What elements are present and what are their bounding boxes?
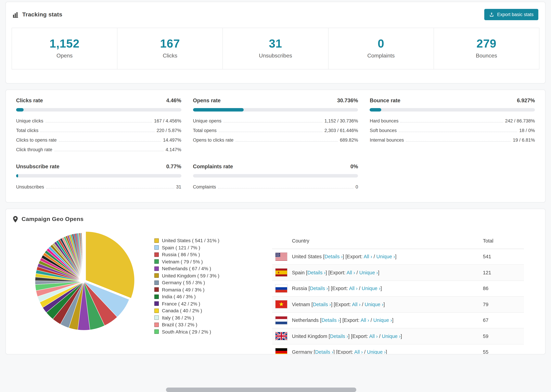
total-column-header: Total <box>483 238 521 244</box>
stat-row: Total clicks220 / 5.87% <box>16 126 181 135</box>
stat-label: Unsubscribes <box>223 53 328 59</box>
export-unique-link[interactable]: Unique › <box>362 286 381 291</box>
geo-opens-table: Country Total United States [Details ›] … <box>272 233 524 354</box>
export-basic-stats-button[interactable]: Export basic stats <box>484 9 538 20</box>
stat-value: 167 <box>117 37 222 50</box>
stat-label: Clicks <box>117 53 222 59</box>
flag-germany-icon <box>276 348 287 355</box>
country-total: 67 <box>483 318 521 323</box>
table-header-row: Country Total <box>272 233 524 249</box>
page-title: Tracking stats <box>22 11 62 18</box>
flag-russia-icon <box>276 285 287 293</box>
stat-row: Clicks to opens rate14.497% <box>16 135 181 145</box>
export-unique-link[interactable]: Unique › <box>376 254 395 259</box>
details-link[interactable]: Details › <box>310 286 328 291</box>
rate-value: 30.736% <box>337 98 358 104</box>
details-link[interactable]: Details › <box>315 350 333 355</box>
legend-item: South Africa ( 29 / 2% ) <box>154 328 272 335</box>
export-all-link[interactable]: All › <box>364 254 372 259</box>
country-name: United States <box>292 254 322 259</box>
export-all-link[interactable]: All › <box>346 270 355 275</box>
export-all-link[interactable]: All › <box>349 286 358 291</box>
export-unique-link[interactable]: Unique › <box>382 334 401 339</box>
clicks-rate-section: Clicks rate 4.46% Unique clicks167 / 4.4… <box>16 98 181 155</box>
legend-swatch <box>154 329 159 334</box>
geo-title: Campaign Geo Opens <box>21 216 84 223</box>
legend-swatch <box>154 273 159 278</box>
horizontal-scrollbar-thumb[interactable] <box>166 388 356 392</box>
details-link[interactable]: Details › <box>330 334 348 339</box>
stat-complaints: 0 Complaints <box>328 28 433 69</box>
stat-row: Opens to clicks rate689.82% <box>193 135 358 145</box>
export-unique-link[interactable]: Unique › <box>365 302 383 307</box>
flag-spain-icon <box>276 269 287 277</box>
rate-title: Unsubscribe rate <box>16 163 59 170</box>
flag-united-kingdom-icon <box>276 332 287 340</box>
details-link[interactable]: Details › <box>313 302 331 307</box>
stat-value: 1,152 <box>12 37 117 50</box>
unsubscribe-rate-progress-bar <box>16 174 181 177</box>
country-total: 541 <box>483 254 521 259</box>
flag-united-states-icon <box>276 253 287 261</box>
legend-item: Vietnam ( 79 / 5% ) <box>154 258 272 265</box>
country-total: 59 <box>483 334 521 339</box>
table-row: Spain [Details ›] [Export: All › / Uniqu… <box>272 265 524 281</box>
rate-title: Complaints rate <box>193 163 233 170</box>
rate-title: Bounce rate <box>370 98 400 104</box>
tracking-stats-card: Tracking stats Export basic stats 1,152 … <box>6 2 545 84</box>
stat-row: Unsubscribes31 <box>16 182 181 192</box>
rates-card: Clicks rate 4.46% Unique clicks167 / 4.4… <box>6 90 545 203</box>
details-link[interactable]: Details › <box>307 270 325 275</box>
opens-rate-section: Opens rate 30.736% Unique opens1,152 / 3… <box>193 98 358 155</box>
details-link[interactable]: Details › <box>322 318 340 323</box>
bounce-rate-progress-bar <box>370 108 535 112</box>
legend-item: Spain ( 121 / 7% ) <box>154 244 272 251</box>
stat-row: Unique clicks167 / 4.456% <box>16 116 181 126</box>
pie-legend: United States ( 541 / 31% ) Spain ( 121 … <box>152 225 272 354</box>
stat-label: Complaints <box>328 53 433 59</box>
legend-swatch <box>154 266 159 271</box>
stat-bounces: 279 Bounces <box>434 28 539 69</box>
stat-value: 279 <box>434 37 539 50</box>
legend-swatch <box>154 308 159 313</box>
legend-item: Brazil ( 33 / 2% ) <box>154 321 272 328</box>
export-unique-link[interactable]: Unique › <box>359 270 378 275</box>
table-row: United Kingdom [Details ›] [Export: All … <box>272 328 524 344</box>
legend-item: United Kingdom ( 59 / 3% ) <box>154 272 272 279</box>
export-all-link[interactable]: All › <box>369 334 378 339</box>
legend-item: Netherlands ( 67 / 4% ) <box>154 265 272 272</box>
stat-row: Unique opens1,152 / 30.736% <box>193 116 358 126</box>
geo-pie-chart[interactable] <box>11 225 152 354</box>
rate-value: 4.46% <box>166 98 181 104</box>
table-row: Vietnam [Details ›] [Export: All › / Uni… <box>272 297 524 313</box>
legend-swatch <box>154 315 159 320</box>
tracking-stats-page: Tracking stats Export basic stats 1,152 … <box>0 2 551 392</box>
stats-summary-row: 1,152 Opens 167 Clicks 31 Unsubscribes 0… <box>12 28 539 70</box>
export-all-link[interactable]: All › <box>352 302 360 307</box>
bounce-rate-section: Bounce rate 6.927% Hard bounces242 / 86.… <box>370 98 535 155</box>
legend-swatch <box>154 322 159 327</box>
stat-value: 0 <box>328 37 433 50</box>
opens-rate-progress-bar <box>193 108 358 112</box>
export-all-link[interactable]: All › <box>354 350 363 355</box>
legend-item: Germany ( 55 / 3% ) <box>154 279 272 286</box>
legend-item: United States ( 541 / 31% ) <box>154 237 272 244</box>
clicks-rate-progress-bar <box>16 108 181 112</box>
stat-unsubscribes: 31 Unsubscribes <box>223 28 328 69</box>
country-name: United Kingdom <box>292 334 327 339</box>
export-unique-link[interactable]: Unique › <box>367 350 386 355</box>
details-link[interactable]: Details › <box>325 254 343 259</box>
country-name: Spain <box>292 270 304 275</box>
rate-value: 6.927% <box>517 98 535 104</box>
country-name: Netherlands <box>292 318 319 323</box>
stat-row: Complaints0 <box>193 182 358 192</box>
stat-label: Bounces <box>434 53 539 59</box>
country-total: 121 <box>483 270 521 275</box>
export-all-link[interactable]: All › <box>360 318 369 323</box>
export-icon <box>489 12 494 17</box>
country-total: 55 <box>483 350 521 355</box>
rate-title: Opens rate <box>193 98 221 104</box>
legend-swatch <box>154 280 159 285</box>
export-unique-link[interactable]: Unique › <box>373 318 392 323</box>
legend-swatch <box>154 287 159 292</box>
